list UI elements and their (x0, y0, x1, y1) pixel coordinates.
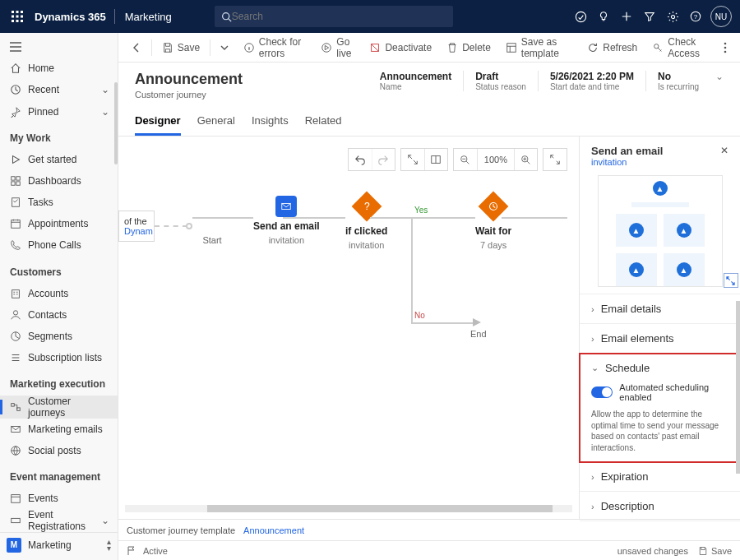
svg-point-38 (724, 50, 727, 53)
footer-save-button[interactable]: Save (698, 546, 732, 556)
svg-point-32 (322, 43, 331, 52)
refresh-button[interactable]: Refresh (580, 39, 644, 57)
nav-subscription-lists[interactable]: Subscription lists (0, 347, 118, 368)
nav-get-started[interactable]: Get started (0, 149, 118, 170)
nav-events[interactable]: Events (0, 488, 118, 509)
nav-label: Marketing emails (28, 423, 103, 435)
svg-line-10 (229, 18, 231, 21)
svg-rect-21 (12, 220, 21, 229)
chevron-down-icon: ⌄ (101, 515, 109, 526)
nav-dashboards[interactable]: Dashboards (0, 170, 118, 192)
save-icon (162, 42, 173, 53)
go-live-button[interactable]: Go live (314, 33, 361, 62)
nav-recent[interactable]: Recent⌄ (0, 79, 118, 100)
back-button[interactable] (125, 39, 148, 56)
auto-schedule-toggle[interactable] (591, 386, 613, 398)
area-switcher[interactable]: M Marketing ▴▾ (0, 532, 118, 557)
save-button[interactable]: Save (155, 39, 206, 57)
nav-label: Social posts (28, 445, 81, 456)
nav-contacts[interactable]: Contacts (0, 304, 118, 326)
cmd-label: Refresh (603, 42, 637, 53)
global-search[interactable] (215, 6, 453, 27)
svg-rect-16 (12, 177, 15, 180)
nav-accounts[interactable]: Accounts (0, 283, 118, 304)
nav-collapse-button[interactable] (0, 36, 118, 58)
check-access-button[interactable]: Check Access (645, 33, 715, 62)
toggle-label: Automated scheduling enabled (619, 382, 728, 402)
acc-schedule[interactable]: ⌄Schedule Automated scheduling enabled A… (580, 354, 740, 462)
assistant-icon[interactable] (569, 0, 592, 33)
svg-rect-17 (16, 177, 20, 180)
save-dropdown-button[interactable] (214, 40, 235, 55)
panel-scrollbar[interactable] (736, 301, 740, 474)
nav-customer-journeys[interactable]: Customer journeys (0, 396, 118, 419)
tab-related[interactable]: Related (305, 109, 342, 136)
header-expand-button[interactable]: ⌄ (715, 71, 724, 82)
meta-value: Draft (475, 71, 526, 82)
tile-if-clicked[interactable]: ? if clicked invitation (345, 196, 387, 250)
nav-scrollbar[interactable] (114, 82, 118, 164)
segment-tile[interactable]: of theDynam (118, 211, 155, 242)
lightbulb-icon[interactable] (592, 0, 615, 33)
expand-preview-button[interactable] (724, 273, 738, 288)
tile-title: if clicked (345, 225, 387, 237)
email-icon (275, 196, 297, 217)
add-icon[interactable] (615, 0, 638, 33)
nav-phone-calls[interactable]: Phone Calls (0, 234, 118, 256)
branch-no-label: No (414, 311, 425, 320)
nav-appointments[interactable]: Appointments (0, 213, 118, 234)
svg-rect-4 (16, 16, 19, 18)
acc-email-elements[interactable]: ›Email elements (580, 324, 740, 354)
meta-key: Is recurring (658, 82, 699, 91)
main-area: Save Check for errors Go live Deactivate… (118, 33, 740, 560)
acc-expiration[interactable]: ›Expiration (580, 462, 740, 492)
area-label[interactable]: Marketing (115, 11, 182, 23)
save-as-template-button[interactable]: Save as template (499, 33, 579, 62)
nav-label: Subscription lists (28, 352, 102, 363)
close-icon[interactable]: ✕ (720, 145, 728, 156)
app-launcher-icon[interactable] (8, 11, 26, 22)
tile-send-email[interactable]: Send an email invitation (253, 196, 320, 245)
panel-subtitle[interactable]: invitation (591, 157, 663, 167)
delete-button[interactable]: Delete (440, 39, 497, 57)
refresh-icon (587, 42, 599, 53)
area-label: Marketing (28, 539, 72, 551)
canvas-scrollbar[interactable] (125, 505, 572, 512)
acc-email-details[interactable]: ›Email details (580, 294, 740, 324)
nav-tasks[interactable]: Tasks (0, 192, 118, 213)
nav-pinned[interactable]: Pinned⌄ (0, 100, 118, 122)
gear-icon[interactable] (661, 0, 684, 33)
status-flag-icon[interactable] (127, 546, 136, 556)
footer-template-link[interactable]: Announcement (243, 525, 304, 535)
search-input[interactable] (232, 11, 446, 22)
tile-wait-for[interactable]: Wait for 7 days (475, 196, 511, 250)
nav-home[interactable]: Home (0, 58, 118, 79)
deactivate-button[interactable]: Deactivate (363, 39, 438, 57)
svg-rect-25 (12, 403, 15, 406)
nav-marketing-emails[interactable]: Marketing emails (0, 419, 118, 440)
brand-label[interactable]: Dynamics 365 (26, 11, 114, 23)
tab-insights[interactable]: Insights (252, 109, 289, 136)
svg-rect-3 (12, 16, 14, 18)
help-icon[interactable]: ? (684, 0, 707, 33)
nav-segments[interactable]: Segments (0, 326, 118, 347)
filter-icon[interactable] (638, 0, 661, 33)
svg-rect-19 (16, 182, 20, 185)
tab-designer[interactable]: Designer (135, 109, 181, 136)
meta-key: Name (380, 82, 451, 91)
acc-description[interactable]: ›Description (580, 492, 740, 521)
search-icon (221, 12, 232, 22)
nav-event-registrations[interactable]: Event Registrations⌄ (0, 509, 118, 532)
overflow-button[interactable] (717, 39, 733, 57)
nav-social-posts[interactable]: Social posts (0, 440, 118, 461)
calendar-icon (10, 493, 21, 504)
user-avatar[interactable]: NU (710, 6, 732, 27)
tab-general[interactable]: General (197, 109, 235, 136)
journey-icon (10, 401, 21, 413)
journey-canvas[interactable]: 100% of theDynam Start (118, 137, 579, 519)
branch-yes-label: Yes (414, 206, 428, 215)
check-errors-button[interactable]: Check for errors (237, 33, 313, 62)
mail-icon (10, 423, 21, 435)
nav-group-mywork: My Work (0, 127, 118, 149)
status-bar: Active unsaved changes Save (118, 540, 740, 560)
